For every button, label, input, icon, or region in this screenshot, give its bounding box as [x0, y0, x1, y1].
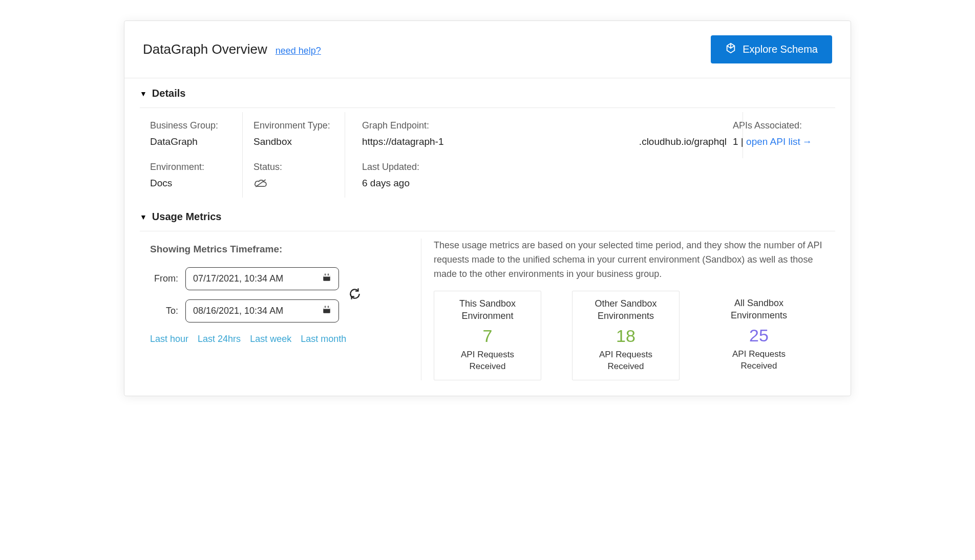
- env-type-value: Sandbox: [253, 136, 356, 147]
- endpoint-value: https://datagraph-1 .cloudhub.io/graphql: [362, 136, 727, 147]
- svg-rect-2: [323, 275, 330, 277]
- metrics-body: Showing Metrics Timeframe: From: 07/17/2…: [124, 231, 851, 396]
- last-hour-link[interactable]: Last hour: [150, 334, 188, 344]
- metrics-section-title: Usage Metrics: [152, 211, 222, 223]
- chevron-down-icon: ▼: [140, 90, 147, 98]
- chevron-down-icon: ▼: [140, 213, 147, 221]
- apis-count: 1: [733, 136, 738, 147]
- vertical-divider: [242, 112, 243, 198]
- metrics-description: These usage metrics are based on your se…: [434, 239, 835, 282]
- card-subtitle: API Requests Received: [443, 349, 532, 373]
- arrow-right-icon: →: [802, 136, 812, 147]
- environment-cell: Environment: Docs: [150, 162, 247, 191]
- help-link[interactable]: need help?: [275, 46, 321, 56]
- last-month-link[interactable]: Last month: [301, 334, 346, 344]
- apis-value: 1 | open API list→: [733, 136, 830, 147]
- endpoint-right: .cloudhub.io/graphql: [639, 136, 727, 147]
- date-fields: From: 07/17/2021, 10:34 AM To: 08/16/202…: [150, 267, 339, 322]
- explore-schema-label: Explore Schema: [743, 44, 818, 55]
- card-title: All Sandbox Environments: [719, 297, 798, 322]
- endpoint-label: Graph Endpoint:: [362, 120, 727, 131]
- environment-label: Environment:: [150, 162, 247, 173]
- card-title: Other Sandbox Environments: [582, 297, 670, 322]
- business-group-value: DataGraph: [150, 136, 247, 147]
- metrics-right-column: These usage metrics are based on your se…: [434, 239, 835, 380]
- card-value: 18: [616, 326, 635, 346]
- last-updated-cell: Last Updated: 6 days ago: [362, 162, 727, 191]
- svg-rect-7: [325, 306, 326, 308]
- business-group-label: Business Group:: [150, 120, 247, 131]
- env-type-label: Environment Type:: [253, 120, 356, 131]
- svg-rect-3: [325, 274, 326, 276]
- open-api-list-label: open API list: [746, 136, 800, 147]
- apis-label: APIs Associated:: [733, 120, 830, 131]
- all-env-card: All Sandbox Environments 25 API Requests…: [710, 291, 808, 380]
- calendar-icon: [322, 305, 331, 317]
- vertical-divider: [345, 112, 345, 198]
- refresh-button[interactable]: [348, 287, 362, 303]
- page-container: DataGraph Overview need help? Explore Sc…: [124, 20, 851, 396]
- page-title: DataGraph Overview: [143, 41, 267, 57]
- status-label: Status:: [253, 162, 356, 173]
- metrics-section-toggle[interactable]: ▼ Usage Metrics: [124, 202, 851, 228]
- svg-rect-4: [328, 274, 329, 276]
- last-updated-value: 6 days ago: [362, 178, 727, 189]
- to-date-value: 08/16/2021, 10:34 AM: [193, 306, 283, 316]
- header-bar: DataGraph Overview need help? Explore Sc…: [124, 21, 851, 78]
- card-value: 7: [483, 326, 493, 346]
- from-row: From: 07/17/2021, 10:34 AM: [150, 267, 339, 290]
- open-api-list-link[interactable]: open API list→: [746, 136, 812, 147]
- metric-cards: This Sandbox Environment 7 API Requests …: [434, 291, 835, 380]
- timeframe-title: Showing Metrics Timeframe:: [150, 244, 411, 255]
- card-value: 25: [749, 326, 769, 346]
- details-grid: Business Group: DataGraph Environment Ty…: [124, 108, 851, 202]
- to-row: To: 08/16/2021, 10:34 AM: [150, 299, 339, 322]
- timeframe-column: Showing Metrics Timeframe: From: 07/17/2…: [150, 239, 421, 380]
- svg-rect-6: [323, 307, 330, 309]
- from-date-value: 07/17/2021, 10:34 AM: [193, 273, 283, 284]
- to-date-input[interactable]: 08/16/2021, 10:34 AM: [185, 299, 339, 322]
- other-env-card: Other Sandbox Environments 18 API Reques…: [572, 291, 680, 380]
- date-rows: From: 07/17/2021, 10:34 AM To: 08/16/202…: [150, 267, 411, 322]
- details-section-title: Details: [152, 88, 186, 99]
- title-area: DataGraph Overview need help?: [143, 41, 321, 57]
- endpoint-left: https://datagraph-1: [362, 136, 444, 147]
- last-updated-label: Last Updated:: [362, 162, 727, 173]
- card-title: This Sandbox Environment: [443, 297, 532, 322]
- to-label: To:: [150, 306, 178, 316]
- schema-icon: [725, 42, 736, 56]
- svg-rect-8: [328, 306, 329, 308]
- env-type-cell: Environment Type: Sandbox: [253, 120, 356, 147]
- last-week-link[interactable]: Last week: [250, 334, 291, 344]
- quick-range-links: Last hour Last 24hrs Last week Last mont…: [150, 334, 411, 344]
- card-subtitle: API Requests Received: [719, 349, 798, 372]
- details-section-toggle[interactable]: ▼ Details: [124, 78, 851, 104]
- explore-schema-button[interactable]: Explore Schema: [711, 35, 832, 63]
- last-24hrs-link[interactable]: Last 24hrs: [198, 334, 241, 344]
- from-label: From:: [150, 273, 178, 284]
- from-date-input[interactable]: 07/17/2021, 10:34 AM: [185, 267, 339, 290]
- endpoint-cell: Graph Endpoint: https://datagraph-1 .clo…: [362, 120, 727, 147]
- apis-cell: APIs Associated: 1 | open API list→: [733, 120, 830, 147]
- vertical-divider: [743, 112, 743, 158]
- card-subtitle: API Requests Received: [582, 349, 670, 373]
- status-cell: Status:: [253, 162, 356, 191]
- this-env-card: This Sandbox Environment 7 API Requests …: [434, 291, 541, 380]
- business-group-cell: Business Group: DataGraph: [150, 120, 247, 147]
- environment-value: Docs: [150, 178, 247, 189]
- calendar-icon: [322, 273, 331, 285]
- cloud-icon: [253, 178, 356, 191]
